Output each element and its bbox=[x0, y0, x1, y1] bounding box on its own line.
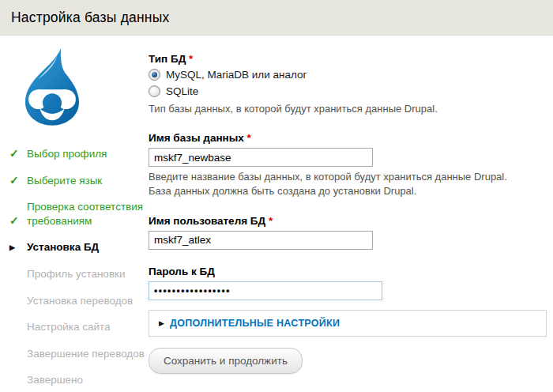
check-icon: ✓ bbox=[9, 213, 27, 228]
db-type-label: Тип БД * bbox=[149, 53, 547, 65]
required-marker: * bbox=[269, 215, 273, 227]
step-label: Настройка сайта bbox=[27, 320, 111, 334]
save-continue-button[interactable]: Сохранить и продолжить bbox=[149, 348, 303, 374]
advanced-settings-link[interactable]: ДОПОЛНИТЕЛЬНЫЕ НАСТРОЙКИ bbox=[170, 318, 340, 329]
db-user-label: Имя пользователя БД * bbox=[149, 215, 547, 227]
step-label: Завершение переводов bbox=[27, 347, 145, 361]
sidebar-step-language: ✓ Выберите язык bbox=[9, 173, 149, 187]
step-label: Профиль установки bbox=[27, 267, 126, 281]
radio-button-icon[interactable] bbox=[149, 85, 160, 97]
sidebar-step-install-profile: Профиль установки bbox=[9, 267, 149, 281]
sidebar-step-requirements: ✓ Проверка соответствия требованиям bbox=[9, 200, 149, 228]
radio-label: SQLite bbox=[166, 85, 198, 97]
sidebar-step-finished: Завершено bbox=[9, 373, 149, 387]
installer-steps: ✓ Выбор профиля ✓ Выберите язык ✓ Провер… bbox=[9, 146, 149, 387]
db-name-label: Имя базы данных * bbox=[149, 132, 547, 144]
sidebar: ✓ Выбор профиля ✓ Выберите язык ✓ Провер… bbox=[0, 36, 149, 392]
layout: ✓ Выбор профиля ✓ Выберите язык ✓ Провер… bbox=[0, 36, 553, 392]
radio-sqlite[interactable]: SQLite bbox=[149, 85, 547, 97]
required-marker: * bbox=[189, 53, 193, 65]
caret-right-icon: ▶ bbox=[9, 243, 27, 254]
step-label: Выбор профиля bbox=[27, 147, 107, 161]
step-label: Выберите язык bbox=[27, 174, 102, 188]
db-user-input[interactable] bbox=[149, 231, 373, 250]
drupal-logo bbox=[16, 47, 88, 127]
check-icon: ✓ bbox=[9, 146, 27, 160]
radio-label: MySQL, MariaDB или аналог bbox=[166, 69, 307, 81]
step-label: Завершено bbox=[27, 373, 83, 387]
db-name-description: Введите название базы данных, в которой … bbox=[149, 170, 532, 198]
step-label: Установка БД bbox=[27, 240, 99, 254]
field-label-text: Имя базы данных bbox=[149, 132, 244, 144]
advanced-settings-toggle[interactable]: ▶ ДОПОЛНИТЕЛЬНЫЕ НАСТРОЙКИ bbox=[149, 310, 547, 337]
radio-button-icon[interactable] bbox=[149, 69, 160, 81]
db-password-input[interactable] bbox=[149, 281, 382, 300]
installer-page: Настройка базы данных bbox=[0, 0, 553, 392]
field-label-text: Тип БД bbox=[149, 53, 186, 65]
db-user-group: Имя пользователя БД * bbox=[149, 215, 547, 250]
check-icon: ✓ bbox=[9, 173, 27, 187]
field-label-text: Пароль к БД bbox=[149, 266, 215, 277]
sidebar-step-site-setup: Настройка сайта bbox=[9, 320, 149, 334]
db-password-label: Пароль к БД bbox=[149, 266, 547, 277]
step-label: Установка переводов bbox=[27, 294, 133, 308]
sidebar-step-install-translations: Установка переводов bbox=[9, 294, 149, 308]
step-label: Проверка соответствия требованиям bbox=[27, 200, 149, 228]
db-name-group: Имя базы данных * Введите название базы … bbox=[149, 132, 547, 198]
sidebar-step-finish-translations: Завершение переводов bbox=[9, 347, 149, 361]
db-name-input[interactable] bbox=[149, 148, 373, 167]
db-type-description: Тип базы данных, в которой будут хранить… bbox=[149, 102, 532, 116]
radio-mysql[interactable]: MySQL, MariaDB или аналог bbox=[149, 69, 547, 81]
sidebar-step-profile-choice: ✓ Выбор профиля bbox=[9, 146, 149, 160]
required-marker: * bbox=[247, 132, 251, 144]
page-header: Настройка базы данных bbox=[0, 0, 553, 36]
db-type-group: Тип БД * MySQL, MariaDB или аналог SQLit… bbox=[149, 53, 547, 116]
form-area: Тип БД * MySQL, MariaDB или аналог SQLit… bbox=[149, 36, 553, 392]
field-label-text: Имя пользователя БД bbox=[149, 215, 265, 227]
db-password-group: Пароль к БД bbox=[149, 266, 547, 300]
sidebar-step-database: ▶ Установка БД bbox=[9, 240, 149, 254]
drupal-logo-svg bbox=[16, 47, 88, 127]
page-title: Настройка базы данных bbox=[11, 9, 169, 26]
caret-right-icon: ▶ bbox=[159, 319, 164, 327]
